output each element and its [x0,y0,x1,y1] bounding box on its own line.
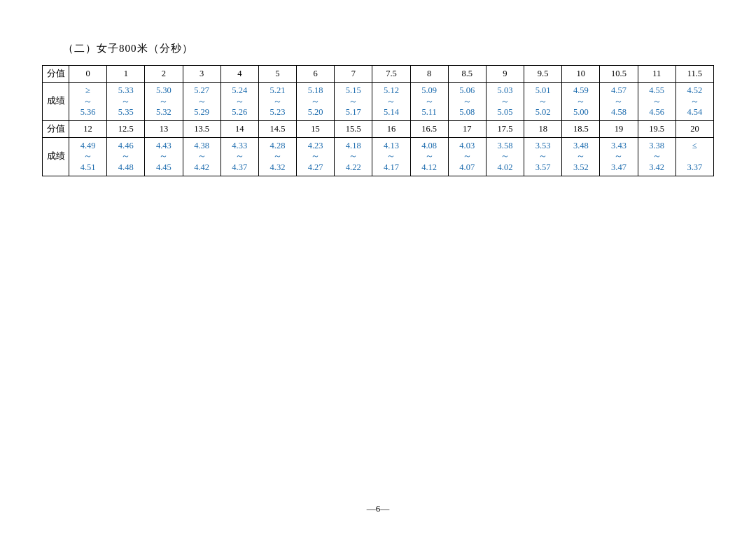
score-cell: 12.5 [107,120,145,137]
row-label: 分值 [43,120,69,137]
perf-cell: 3.43 ～ 3.47 [600,137,638,176]
perf-cell: 3.58 ～ 4.02 [486,137,524,176]
perf-cell: 5.21 ～ 5.23 [258,82,296,120]
perf-cell: ≥ ～ 5.36 [69,82,107,120]
score-cell: 0 [69,66,107,83]
row-label: 成绩 [43,82,69,120]
score-cell: 5 [258,66,296,83]
perf-cell: 4.46 ～ 4.48 [107,137,145,176]
score-cell: 8.5 [448,66,486,83]
score-cell: 19.5 [638,120,676,137]
score-cell: 15 [297,120,335,137]
perf-cell: 4.13 ～ 4.17 [372,137,410,176]
score-cell: 9 [486,66,524,83]
page-content: （二）女子800米（分秒） 分值 0 1 2 3 4 5 6 7 7.5 8 8… [0,0,756,204]
table-row: 分值 12 12.5 13 13.5 14 14.5 15 15.5 16 16… [43,120,714,137]
perf-cell: 5.09 ～ 5.11 [410,82,448,120]
score-cell: 9.5 [524,66,562,83]
perf-cell: 4.49 ～ 4.51 [69,137,107,176]
score-cell: 7.5 [372,66,410,83]
score-cell: 18 [524,120,562,137]
score-cell: 13.5 [183,120,220,137]
perf-cell: 4.43 ～ 4.45 [145,137,183,176]
perf-cell: 5.06 ～ 5.08 [448,82,486,120]
perf-cell: 3.48 ～ 3.52 [562,137,600,176]
score-cell: 10.5 [600,66,638,83]
perf-cell: 4.59 ～ 5.00 [562,82,600,120]
score-cell: 18.5 [562,120,600,137]
score-cell: 4 [220,66,258,83]
perf-cell: 4.28 ～ 4.32 [258,137,296,176]
page-number: —6— [367,503,390,514]
perf-cell: 3.38 ～ 3.42 [638,137,676,176]
perf-cell: 5.03 ～ 5.05 [486,82,524,120]
perf-cell: 5.18 ～ 5.20 [297,82,335,120]
perf-cell: 4.08 ～ 4.12 [410,137,448,176]
perf-cell: 4.55 ～ 4.56 [638,82,676,120]
score-cell: 16 [372,120,410,137]
perf-cell: 4.23 ～ 4.27 [297,137,335,176]
row-label: 分值 [43,66,69,83]
perf-cell: 4.18 ～ 4.22 [335,137,372,176]
score-cell: 19 [600,120,638,137]
scoring-table: 分值 0 1 2 3 4 5 6 7 7.5 8 8.5 9 9.5 10 10… [42,65,714,176]
table-row: 成绩 4.49 ～ 4.51 4.46 ～ 4.48 4.43 ～ 4.45 4… [43,137,714,176]
score-cell: 3 [183,66,220,83]
perf-cell: 5.27 ～ 5.29 [183,82,220,120]
score-cell: 13 [145,120,183,137]
score-cell: 6 [297,66,335,83]
table-title: （二）女子800米（分秒） [63,42,714,55]
table-row: 成绩 ≥ ～ 5.36 5.33 ～ 5.35 5.30 ～ 5.32 [43,82,714,120]
perf-cell: 5.12 ～ 5.14 [372,82,410,120]
score-cell: 2 [145,66,183,83]
table-row: 分值 0 1 2 3 4 5 6 7 7.5 8 8.5 9 9.5 10 10… [43,66,714,83]
perf-cell: 4.03 ～ 4.07 [448,137,486,176]
score-cell: 10 [562,66,600,83]
score-cell: 14 [220,120,258,137]
score-cell: 8 [410,66,448,83]
score-cell: 1 [107,66,145,83]
perf-cell: 4.57 ～ 4.58 [600,82,638,120]
perf-cell: 4.33 ～ 4.37 [220,137,258,176]
row-label: 成绩 [43,137,69,176]
perf-cell: 5.30 ～ 5.32 [145,82,183,120]
perf-cell: 5.24 ～ 5.26 [220,82,258,120]
score-cell: 11.5 [676,66,713,83]
score-cell: 12 [69,120,107,137]
perf-cell: 5.01 ～ 5.02 [524,82,562,120]
perf-cell: ≤ ～ 3.37 [676,137,713,176]
score-cell: 20 [676,120,713,137]
perf-cell: 5.33 ～ 5.35 [107,82,145,120]
score-cell: 17 [448,120,486,137]
score-cell: 14.5 [258,120,296,137]
perf-cell: 4.38 ～ 4.42 [183,137,220,176]
perf-cell: 3.53 ～ 3.57 [524,137,562,176]
score-cell: 7 [335,66,372,83]
score-cell: 11 [638,66,676,83]
perf-cell: 5.15 ～ 5.17 [335,82,372,120]
score-cell: 16.5 [410,120,448,137]
perf-cell: 4.52 ～ 4.54 [676,82,713,120]
score-cell: 17.5 [486,120,524,137]
score-cell: 15.5 [335,120,372,137]
